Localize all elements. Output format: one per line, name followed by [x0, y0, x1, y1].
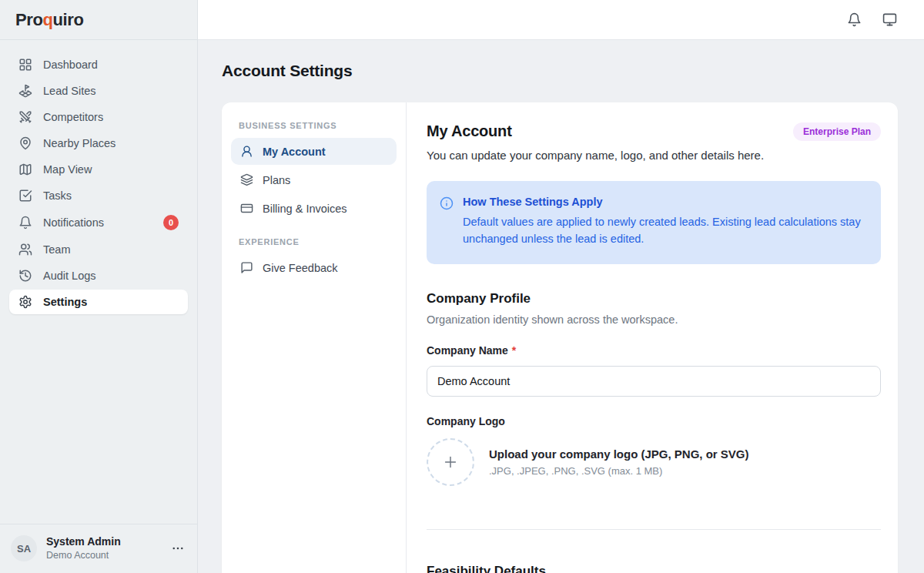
- sidebar: Proquiro Dashboard Lead Sites Competitor…: [0, 0, 198, 573]
- brand-text-accent: q: [42, 10, 52, 29]
- company-profile-subtitle: Organization identity shown across the w…: [427, 313, 881, 326]
- logo-upload-text: Upload your company logo (JPG, PNG, or S…: [489, 447, 749, 477]
- sidebar-item-label: Competitors: [43, 111, 103, 123]
- info-icon: [440, 196, 454, 248]
- brand-text-post: uiro: [53, 10, 84, 29]
- sidebar-item-dashboard[interactable]: Dashboard: [9, 52, 188, 77]
- feasibility-section: Feasibility Defaults Auto-filled baselin…: [427, 564, 881, 573]
- settings-card: BUSINESS SETTINGS My Account Plans Billi…: [222, 102, 898, 573]
- sidebar-item-label: Settings: [43, 296, 87, 308]
- user-section: SA System Admin Demo Account: [0, 524, 197, 573]
- page-title: Account Settings: [222, 62, 898, 80]
- topbar: [198, 0, 924, 40]
- sidebar-item-team[interactable]: Team: [9, 237, 188, 262]
- monitor-icon: [882, 12, 897, 27]
- plan-badge: Enterprise Plan: [793, 122, 881, 141]
- company-profile-section: Company Profile Organization identity sh…: [427, 291, 881, 486]
- nav-section-header-experience: EXPERIENCE: [231, 237, 397, 246]
- bell-icon: [18, 216, 32, 230]
- map-pin-icon: [18, 136, 32, 150]
- required-asterisk: *: [512, 344, 516, 357]
- info-callout-body: How These Settings Apply Default values …: [463, 196, 865, 248]
- app-root: Proquiro Dashboard Lead Sites Competitor…: [0, 0, 924, 573]
- credit-card-icon: [240, 202, 253, 215]
- sidebar-item-competitors[interactable]: Competitors: [9, 105, 188, 129]
- sidebar-item-label: Lead Sites: [43, 85, 96, 97]
- content-area: Account Settings BUSINESS SETTINGS My Ac…: [198, 40, 924, 573]
- user-icon: [240, 145, 253, 158]
- user-meta: System Admin Demo Account: [46, 535, 121, 562]
- my-account-title: My Account: [427, 122, 512, 140]
- my-account-panel: My Account Enterprise Plan You can updat…: [407, 102, 898, 573]
- sidebar-item-audit-logs[interactable]: Audit Logs: [9, 263, 188, 288]
- sidebar-item-label: Map View: [43, 163, 92, 176]
- plus-icon: [442, 454, 459, 471]
- land-plot-icon: [18, 84, 32, 98]
- company-name-label: Company Name *: [427, 344, 881, 357]
- notifications-bell-button[interactable]: [847, 12, 862, 27]
- brand-text-pre: Pro: [15, 10, 42, 29]
- display-mode-button[interactable]: [882, 12, 897, 27]
- sidebar-item-tasks[interactable]: Tasks: [9, 183, 188, 208]
- sidebar-item-label: Tasks: [43, 189, 72, 202]
- settings-nav-item-plans[interactable]: Plans: [231, 166, 397, 193]
- company-name-input[interactable]: [427, 366, 881, 397]
- sidebar-item-label: Audit Logs: [43, 270, 96, 282]
- sidebar-item-label: Nearby Places: [43, 137, 116, 149]
- info-callout-title: How These Settings Apply: [463, 196, 865, 208]
- settings-nav-item-billing[interactable]: Billing & Invoices: [231, 195, 397, 222]
- settings-nav-label: Plans: [263, 174, 290, 186]
- info-callout: How These Settings Apply Default values …: [427, 181, 881, 264]
- settings-nav-item-give-feedback[interactable]: Give Feedback: [231, 254, 397, 281]
- sidebar-item-lead-sites[interactable]: Lead Sites: [9, 79, 188, 103]
- sidebar-nav: Dashboard Lead Sites Competitors Nearby …: [0, 40, 197, 524]
- info-callout-text: Default values are applied to newly crea…: [463, 214, 865, 248]
- ellipsis-icon: [171, 541, 185, 555]
- company-logo-label-text: Company Logo: [427, 415, 505, 427]
- logo-upload-row: Upload your company logo (JPG, PNG, or S…: [427, 438, 881, 486]
- company-logo-label: Company Logo: [427, 415, 881, 427]
- swords-icon: [18, 110, 32, 124]
- feasibility-title: Feasibility Defaults: [427, 564, 881, 573]
- my-account-header: My Account Enterprise Plan: [427, 122, 881, 141]
- sidebar-item-label: Team: [43, 243, 70, 256]
- user-more-button[interactable]: [171, 541, 185, 555]
- settings-nav-label: My Account: [263, 146, 326, 158]
- gear-icon: [18, 295, 32, 309]
- avatar: SA: [11, 535, 37, 561]
- sidebar-item-label: Dashboard: [43, 59, 98, 71]
- logo-upload-title: Upload your company logo (JPG, PNG, or S…: [489, 447, 749, 461]
- company-profile-title: Company Profile: [427, 291, 881, 307]
- section-divider: [427, 529, 881, 530]
- history-icon: [18, 269, 32, 283]
- user-account: Demo Account: [46, 550, 121, 562]
- logo-upload-hint: .JPG, .JPEG, .PNG, .SVG (max. 1 MB): [489, 465, 749, 477]
- settings-nav-label: Billing & Invoices: [263, 203, 347, 215]
- layers-icon: [240, 173, 253, 186]
- sidebar-item-notifications[interactable]: Notifications 0: [9, 209, 188, 236]
- sidebar-item-settings[interactable]: Settings: [9, 290, 188, 314]
- settings-nav: BUSINESS SETTINGS My Account Plans Billi…: [222, 102, 407, 573]
- sidebar-item-nearby-places[interactable]: Nearby Places: [9, 131, 188, 156]
- users-icon: [18, 243, 32, 256]
- main-column: Account Settings BUSINESS SETTINGS My Ac…: [198, 0, 924, 573]
- grid-icon: [18, 58, 32, 72]
- bell-icon: [847, 12, 862, 27]
- notifications-count-badge: 0: [163, 215, 179, 230]
- company-name-label-text: Company Name: [427, 344, 508, 357]
- settings-nav-item-my-account[interactable]: My Account: [231, 138, 397, 165]
- brand-logo[interactable]: Proquiro: [15, 10, 83, 30]
- settings-nav-label: Give Feedback: [263, 262, 338, 274]
- map-icon: [18, 163, 32, 176]
- user-name: System Admin: [46, 535, 121, 549]
- my-account-description: You can update your company name, logo, …: [427, 149, 881, 162]
- logo-upload-button[interactable]: [427, 438, 474, 486]
- sidebar-item-label: Notifications: [43, 216, 104, 229]
- check-square-icon: [18, 189, 32, 203]
- logo-area: Proquiro: [0, 0, 197, 40]
- sidebar-item-map-view[interactable]: Map View: [9, 157, 188, 182]
- message-square-icon: [240, 261, 253, 274]
- nav-section-header-business: BUSINESS SETTINGS: [231, 121, 397, 130]
